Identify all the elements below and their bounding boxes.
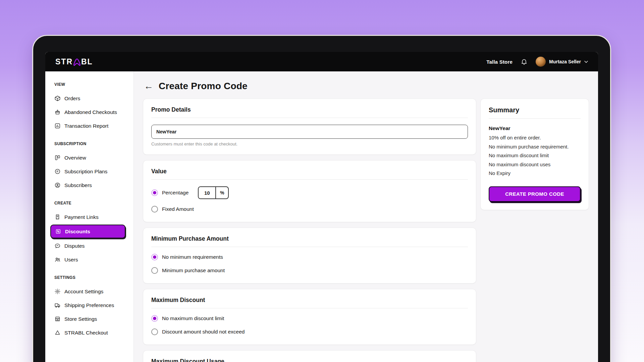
sidebar-item-abandoned-checkouts[interactable]: Abandoned Checkouts <box>54 105 129 119</box>
summary-code: NewYear <box>489 125 581 131</box>
sidebar-item-label: Disputes <box>64 243 85 249</box>
sidebar-item-label: Shipping Preferences <box>64 302 114 308</box>
discount-coupon-icon <box>55 228 61 235</box>
app-body: VIEW Orders Abandoned C <box>45 71 598 362</box>
maximum-usage-card: Maximum Discount Usage No usage limits L… <box>143 351 476 362</box>
percent-suffix: % <box>216 187 228 198</box>
nav-section-title: VIEW <box>54 82 129 87</box>
create-promo-code-button[interactable]: CREATE PROMO CODE <box>489 186 581 202</box>
percentage-value-box: % <box>198 186 229 199</box>
sidebar-item-strabl-checkout[interactable]: STRABL Checkout <box>54 326 129 340</box>
sidebar-item-users[interactable]: Users <box>54 253 129 266</box>
divider <box>151 247 468 247</box>
radio-max-not-exceed[interactable] <box>151 328 158 335</box>
sidebar-item-label: Account Settings <box>64 289 103 295</box>
topbar-right: Talla Store Murtaza Seller <box>486 57 588 67</box>
sidebar-item-label: Users <box>64 257 78 263</box>
sidebar-item-store-settings[interactable]: Store Settings <box>54 312 129 326</box>
avatar[interactable] <box>536 57 546 67</box>
sidebar-item-subscription-plans[interactable]: Subscription Plans <box>54 165 129 178</box>
nav-section-create: CREATE Payment Links <box>54 201 129 266</box>
brand-text-prefix: STR <box>55 57 73 66</box>
gear-icon <box>54 288 61 295</box>
radio-label: Fixed Amount <box>162 206 194 212</box>
sidebar-item-orders[interactable]: Orders <box>54 92 129 105</box>
sidebar-item-transaction-report[interactable]: Transaction Report <box>54 119 129 133</box>
divider <box>489 118 581 119</box>
users-icon <box>54 256 61 263</box>
radio-label: Percentage <box>162 190 189 196</box>
back-button[interactable]: ← <box>144 81 153 91</box>
form-column: Promo Details Customers must enter this … <box>143 99 476 362</box>
divider <box>151 118 468 118</box>
chat-bubble-icon <box>54 243 61 249</box>
brand-a-icon <box>73 57 81 66</box>
radio-row-minimum-amount: Minimum purchase amount <box>151 267 468 274</box>
sidebar-item-payment-links[interactable]: Payment Links <box>54 210 129 224</box>
plans-icon <box>54 168 61 175</box>
divider <box>151 308 468 308</box>
summary-card: Summary NewYear 10% off on entire order.… <box>481 99 589 210</box>
radio-minimum-amount[interactable] <box>151 267 158 274</box>
notification-bell-icon[interactable] <box>521 58 528 65</box>
value-card: Value Percentage % <box>143 161 476 222</box>
brand-logo[interactable]: STR BL <box>55 57 93 66</box>
radio-label: Discount amount should not exceed <box>162 329 245 335</box>
sidebar-item-label: Discounts <box>65 229 90 235</box>
summary-line: No maximum discount uses <box>489 161 581 168</box>
summary-line: 10% off on entire order. <box>489 134 581 141</box>
minimum-purchase-card: Minimum Purchase Amount No minimum requi… <box>143 228 476 283</box>
radio-no-max-limit[interactable] <box>151 315 158 322</box>
report-chart-icon <box>54 123 61 129</box>
radio-no-minimum[interactable] <box>151 254 158 260</box>
sidebar-item-account-settings[interactable]: Account Settings <box>54 285 129 298</box>
radio-fixed-amount[interactable] <box>151 206 158 213</box>
nav-section-title: SUBSCRIPTION <box>54 141 129 146</box>
sidebar-item-subscribers[interactable]: Subscribers <box>54 178 129 192</box>
percentage-value-input[interactable] <box>199 187 215 198</box>
package-icon <box>54 95 61 102</box>
nav-section-title: SETTINGS <box>54 275 129 280</box>
card-heading: Minimum Purchase Amount <box>151 235 468 242</box>
sidebar-item-shipping-preferences[interactable]: Shipping Preferences <box>54 298 129 312</box>
sidebar-item-label: Store Settings <box>64 316 97 322</box>
sidebar-item-label: Overview <box>64 155 86 161</box>
radio-row-no-minimum: No minimum requirements <box>151 254 468 260</box>
sidebar: VIEW Orders Abandoned C <box>45 71 134 362</box>
chevron-down-icon <box>584 61 588 63</box>
card-heading: Maximum Discount Usage <box>151 358 468 362</box>
page-title-row: ← Create Promo Code <box>144 81 589 92</box>
sidebar-item-label: Subscribers <box>64 182 92 188</box>
radio-label: No maximum discount limit <box>162 315 224 321</box>
radio-row-percentage: Percentage % <box>151 186 468 199</box>
sidebar-item-disputes[interactable]: Disputes <box>54 239 129 253</box>
sidebar-item-discounts[interactable]: Discounts <box>50 225 125 238</box>
user-menu[interactable]: Murtaza Seller <box>536 57 588 67</box>
promo-code-helper: Customers must enter this code at checko… <box>151 141 468 146</box>
user-name: Murtaza Seller <box>549 59 581 64</box>
topbar: STR BL Talla Store Mu <box>45 52 598 71</box>
sidebar-item-overview[interactable]: Overview <box>54 151 129 165</box>
sidebar-item-label: Abandoned Checkouts <box>64 109 117 115</box>
sidebar-item-label: Payment Links <box>64 214 99 220</box>
device-frame: STR BL Talla Store Mu <box>32 35 611 362</box>
store-name: Talla Store <box>486 59 513 65</box>
card-heading: Value <box>151 168 468 175</box>
divider <box>151 179 468 180</box>
layout-icon <box>54 155 61 161</box>
main-content: ← Create Promo Code Promo Details Custom… <box>134 71 598 362</box>
promo-details-card: Promo Details Customers must enter this … <box>143 99 476 155</box>
card-heading: Promo Details <box>151 106 468 113</box>
truck-icon <box>54 302 61 308</box>
nav-section-subscription: SUBSCRIPTION Overview S <box>54 141 129 192</box>
radio-row-fixed-amount: Fixed Amount <box>151 206 468 213</box>
sidebar-item-label: Transaction Report <box>64 123 108 129</box>
triangle-logo-icon <box>54 329 61 336</box>
storefront-icon <box>54 316 61 322</box>
nav-section-settings: SETTINGS Account Settings <box>54 275 129 340</box>
radio-percentage[interactable] <box>151 189 158 196</box>
summary-line: No Expiry <box>489 170 581 177</box>
nav-section-view: VIEW Orders Abandoned C <box>54 82 129 133</box>
sidebar-item-label: STRABL Checkout <box>64 330 108 336</box>
promo-code-input[interactable] <box>151 125 468 139</box>
